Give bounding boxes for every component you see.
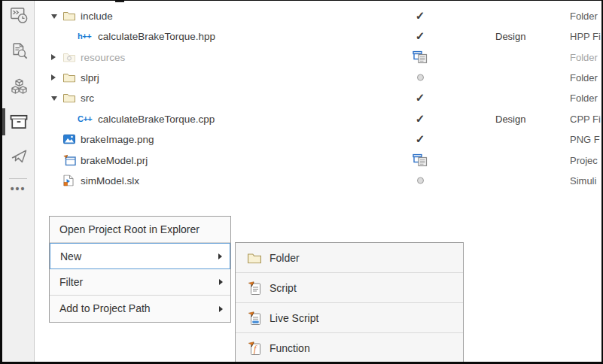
submenu-item-label: Live Script — [270, 312, 318, 324]
tree-row-resources[interactable]: resources Folder — [35, 47, 601, 67]
status-checked-icon — [410, 29, 430, 43]
status-checked-icon — [410, 112, 430, 126]
file-type-label: PNG F — [570, 133, 603, 144]
submenu-item-function[interactable]: f Function — [236, 333, 463, 363]
submenu-item-folder[interactable]: Folder — [236, 243, 463, 273]
classification-label: Design — [495, 113, 525, 124]
folder-icon — [63, 72, 75, 82]
more-panels-icon[interactable]: ••• — [2, 183, 34, 195]
menu-item-new[interactable]: New — [50, 243, 230, 269]
file-name: brakeImage.png — [81, 133, 154, 144]
sidebar-divider — [9, 178, 27, 179]
file-type-label: Folder — [570, 10, 603, 21]
expand-arrow-icon[interactable] — [51, 54, 56, 60]
script-icon — [248, 281, 261, 295]
status-project-metadata-icon — [410, 153, 430, 166]
resources-folder-icon — [63, 52, 75, 62]
status-checked-icon — [410, 9, 430, 23]
context-menu: Open Project Root in Explorer New Filter… — [49, 216, 231, 323]
live-script-icon — [248, 311, 261, 325]
file-name: simModel.slx — [81, 174, 139, 186]
file-type-label: Folder — [570, 92, 603, 103]
status-checked-icon — [410, 132, 430, 146]
tree-row-cpp[interactable]: C++ calculateBrakeTorque.cpp Design CPP … — [35, 108, 601, 129]
file-type-label: HPP Fi — [570, 30, 603, 41]
tree-row-png[interactable]: brakeImage.png PNG F — [35, 129, 601, 149]
submenu-item-script[interactable]: Script — [236, 273, 463, 303]
menu-item-open-project-root[interactable]: Open Project Root in Explorer — [50, 217, 230, 243]
file-name: slprj — [81, 71, 99, 83]
expand-arrow-icon[interactable] — [51, 74, 56, 80]
function-icon: f — [248, 341, 261, 356]
file-type-label: CPP Fi — [570, 113, 603, 124]
clipped-content-mark — [115, 1, 124, 2]
submenu-item-label: Script — [270, 282, 297, 294]
status-project-metadata-icon — [410, 50, 430, 63]
file-name: src — [81, 92, 94, 103]
submenu-item-live-script[interactable]: Live Script — [236, 303, 463, 333]
collapse-arrow-icon[interactable] — [51, 14, 57, 19]
file-type-label: Projec — [570, 154, 603, 165]
tree-row-slprj[interactable]: slprj Folder — [35, 67, 601, 87]
tree-row-slx[interactable]: simModel.slx Simuli — [35, 170, 601, 190]
panel-history-icon[interactable] — [8, 4, 30, 26]
folder-icon — [63, 93, 75, 102]
file-name: brakeModel.prj — [81, 154, 148, 165]
status-excluded-icon — [410, 74, 430, 80]
new-submenu: Folder Script — [235, 242, 464, 363]
file-name: resources — [81, 51, 125, 62]
dependency-cubes-icon[interactable] — [8, 75, 30, 98]
folder-icon — [248, 252, 261, 263]
project-box-icon[interactable] — [8, 111, 30, 133]
tree-row-hpp[interactable]: h++ calculateBrakeTorque.hpp Design HPP … — [35, 26, 601, 46]
tree-row-prj[interactable]: brakeModel.prj Projec — [35, 150, 601, 170]
find-files-icon[interactable] — [8, 39, 30, 62]
panel-sidebar: ••• — [2, 1, 35, 362]
image-file-icon — [63, 134, 75, 144]
classification-label: Design — [495, 30, 525, 41]
submenu-arrow-icon — [218, 253, 222, 259]
folder-icon — [63, 11, 75, 20]
status-checked-icon — [410, 91, 430, 105]
selected-panel-indicator — [2, 108, 5, 135]
tree-row-include[interactable]: include Folder — [35, 5, 601, 26]
file-type-label: Folder — [570, 71, 603, 83]
screenshot-frame: ••• include Folder h++ calculateBrakeTor… — [0, 0, 603, 364]
menu-item-filter[interactable]: Filter — [50, 269, 230, 296]
menu-item-add-to-project-path[interactable]: Add to Project Path — [50, 296, 230, 322]
file-type-label: Simuli — [570, 174, 603, 186]
status-excluded-icon — [410, 177, 430, 184]
file-name: calculateBrakeTorque.hpp — [98, 30, 215, 41]
collapse-arrow-icon[interactable] — [51, 96, 57, 101]
file-name: include — [81, 10, 113, 21]
cpp-file-icon: C++ — [78, 114, 92, 123]
submenu-item-label: Function — [270, 342, 310, 354]
submenu-arrow-icon — [219, 306, 223, 312]
submenu-arrow-icon — [219, 279, 223, 285]
simulink-model-file-icon — [63, 174, 74, 186]
menu-item-label: Open Project Root in Explorer — [59, 223, 199, 235]
project-file-icon — [63, 154, 76, 165]
menu-item-label: Add to Project Path — [59, 302, 151, 314]
simulink-icon[interactable] — [8, 144, 30, 167]
menu-item-label: Filter — [59, 276, 83, 288]
menu-item-label: New — [60, 250, 81, 262]
tree-row-src[interactable]: src Folder — [35, 87, 601, 108]
file-name: calculateBrakeTorque.cpp — [98, 113, 215, 124]
hpp-file-icon: h++ — [78, 32, 91, 41]
submenu-item-label: Folder — [270, 252, 300, 264]
file-type-label: Folder — [570, 51, 603, 62]
